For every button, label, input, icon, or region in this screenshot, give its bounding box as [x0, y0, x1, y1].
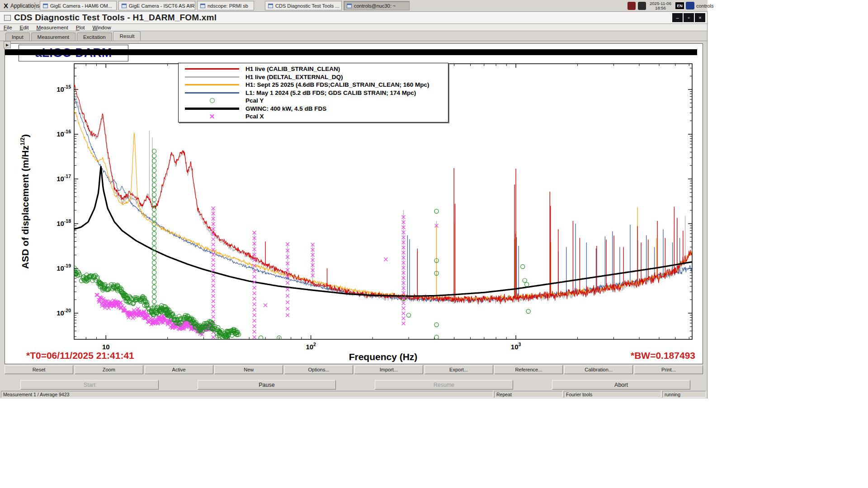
tray-icon-blue[interactable] — [686, 2, 694, 9]
t0-annotation: *T0=06/11/2025 21:41:41 — [26, 350, 134, 361]
tick-label: 10-19 — [57, 263, 71, 272]
taskbar-window-gige-isct6[interactable]: GigE Camera - ISCT6 AS AIR — [118, 1, 195, 10]
tick-label: 10 — [102, 343, 110, 351]
tick-label: 10-20 — [57, 308, 71, 317]
legend-label: Pcal Y — [245, 97, 264, 104]
taskbar-window-label: controls@nuc30: ~ — [354, 3, 396, 9]
resume-button[interactable]: Resume — [375, 380, 513, 389]
pane-expand-arrow-icon[interactable]: ▶ — [4, 41, 11, 48]
tab-measurement[interactable]: Measurement — [31, 33, 75, 41]
black-overlay-bar — [5, 49, 697, 55]
calibration-button[interactable]: Calibration... — [564, 365, 633, 374]
zoom-button[interactable]: Zoom — [75, 365, 143, 374]
window-icon — [43, 4, 48, 8]
reset-button[interactable]: Reset — [5, 365, 73, 374]
toolbar-row: Reset Zoom Active New Options... Import.… — [5, 365, 703, 374]
menu-window[interactable]: Window — [93, 25, 111, 30]
y-axis-label: ASD of displacement (m/Hz1/2) — [19, 134, 30, 269]
legend-sample-line — [179, 76, 245, 78]
xorg-logo-icon: X — [4, 2, 8, 9]
tick-label: 103 — [511, 342, 521, 351]
x-axis-label: Frequency (Hz) — [349, 352, 418, 362]
menu-edit[interactable]: Edit — [20, 25, 29, 30]
window-menu-icon[interactable] — [4, 15, 11, 21]
legend-label: Pcal X — [245, 113, 264, 120]
trace — [74, 110, 692, 300]
user-label: controls — [696, 3, 714, 9]
tick-label: 102 — [306, 342, 316, 351]
abort-button[interactable]: Abort — [552, 380, 690, 389]
taskbar-window-terminal[interactable]: controls@nuc30: ~ — [344, 1, 410, 10]
taskbar-window-label: ndscope: PRMI sb — [208, 3, 248, 9]
legend-row: H1 live (DELTAL_EXTERNAL_DQ) — [179, 73, 448, 81]
print-button[interactable]: Print... — [634, 365, 703, 374]
legend-label: H1 live (DELTAL_EXTERNAL_DQ) — [245, 74, 343, 80]
legend-label: H1: Sept 25 2025 (4.6dB FDS;CALIB_STRAIN… — [245, 81, 429, 88]
active-button[interactable]: Active — [145, 365, 213, 374]
tray-icon-dark[interactable] — [638, 2, 646, 10]
minimize-button[interactable]: – — [672, 13, 683, 22]
maximize-button[interactable]: ▫ — [684, 13, 694, 22]
trace — [74, 93, 692, 304]
tick-label: 10-16 — [57, 129, 71, 138]
legend-row: H1 live (CALIB_STRAIN_CLEAN) — [179, 65, 448, 73]
window-icon — [268, 4, 273, 8]
keyboard-layout-indicator[interactable]: EN — [675, 2, 684, 9]
tick-label: 10-18 — [57, 218, 71, 227]
legend-label: H1 live (CALIB_STRAIN_CLEAN) — [245, 66, 340, 72]
taskbar-window-diaggui[interactable]: CDS Diagnostic Test Tools ... — [265, 1, 342, 10]
taskbar-window-gige-ham6[interactable]: GigE Camera - HAM6 OM... — [40, 1, 117, 10]
start-button[interactable]: Start — [20, 380, 159, 389]
pause-button[interactable]: Pause — [198, 380, 336, 389]
taskbar-window-label: GigE Camera - ISCT6 AS AIR — [129, 3, 195, 9]
status-repeat: Repeat — [494, 391, 563, 398]
legend-row: GWINC: 400 kW, 4.5 dB FDS — [179, 105, 448, 113]
legend-label: GWINC: 400 kW, 4.5 dB FDS — [245, 105, 326, 112]
taskbar-window-ndscope[interactable]: ndscope: PRMI sb — [197, 1, 254, 10]
window-icon — [200, 4, 205, 8]
tab-excitation[interactable]: Excitation — [77, 33, 112, 41]
plot-panel: aLIGO DARM 1010210310-2010-1910-1810-171… — [5, 43, 703, 364]
menu-measurement[interactable]: Measurement — [36, 25, 68, 30]
legend-label: L1: May 1 2024 (5.2 dB FDS; GDS CALIB ST… — [245, 89, 416, 96]
panel-handle — [34, 3, 38, 9]
legend-sample-circle — [179, 98, 245, 103]
legend-row: ✕Pcal X — [179, 113, 448, 120]
diaggui-window: CDS Diagnostic Test Tools - H1_DARM_FOM.… — [0, 12, 708, 399]
export-button[interactable]: Export... — [425, 365, 493, 374]
taskbar: X Applications GigE Camera - HAM6 OM... … — [0, 0, 708, 12]
clock[interactable]: 2025-11-06 18:56 — [647, 1, 674, 11]
options-button[interactable]: Options... — [284, 365, 353, 374]
status-tools: Fourier tools — [564, 391, 661, 398]
clock-time: 18:56 — [647, 6, 674, 10]
titlebar: CDS Diagnostic Test Tools - H1_DARM_FOM.… — [0, 12, 707, 24]
plot-legend: H1 live (CALIB_STRAIN_CLEAN)H1 live (DEL… — [178, 63, 448, 122]
tab-result[interactable]: Result — [113, 31, 141, 41]
legend-row: H1: Sept 25 2025 (4.6dB FDS;CALIB_STRAIN… — [179, 81, 448, 89]
trace — [74, 97, 692, 303]
reference-button[interactable]: Reference... — [494, 365, 563, 374]
legend-sample-thickline — [179, 108, 245, 110]
window-icon — [122, 4, 127, 8]
result-view: ▶ aLIGO DARM 1010210310-2010-1910-1810-1… — [0, 41, 707, 365]
window-title: CDS Diagnostic Test Tools - H1_DARM_FOM.… — [14, 13, 217, 23]
menu-file[interactable]: File — [4, 25, 12, 30]
bw-annotation: *BW=0.187493 — [631, 350, 695, 361]
legend-row: L1: May 1 2024 (5.2 dB FDS; GDS CALIB ST… — [179, 89, 448, 97]
tick-label: 10-17 — [57, 174, 71, 183]
status-running: running — [662, 391, 706, 398]
legend-sample-line — [179, 68, 245, 70]
status-measurement: Measurement 1 / Average 9423 — [1, 391, 493, 398]
tab-input[interactable]: Input — [5, 33, 30, 41]
markers-pcal-y — [72, 149, 531, 340]
menu-plot[interactable]: Plot — [76, 25, 85, 30]
taskbar-window-label: CDS Diagnostic Test Tools ... — [275, 3, 339, 9]
statusbar: Measurement 1 / Average 9423 Repeat Four… — [0, 390, 707, 398]
import-button[interactable]: Import... — [354, 365, 423, 374]
tick-label: 10-15 — [57, 84, 71, 93]
close-button[interactable]: × — [695, 13, 705, 22]
menubar: File Edit Measurement Plot Window — [0, 24, 707, 31]
legend-sample-line — [179, 92, 245, 94]
new-button[interactable]: New — [214, 365, 283, 374]
tray-icon-red[interactable] — [627, 2, 636, 10]
